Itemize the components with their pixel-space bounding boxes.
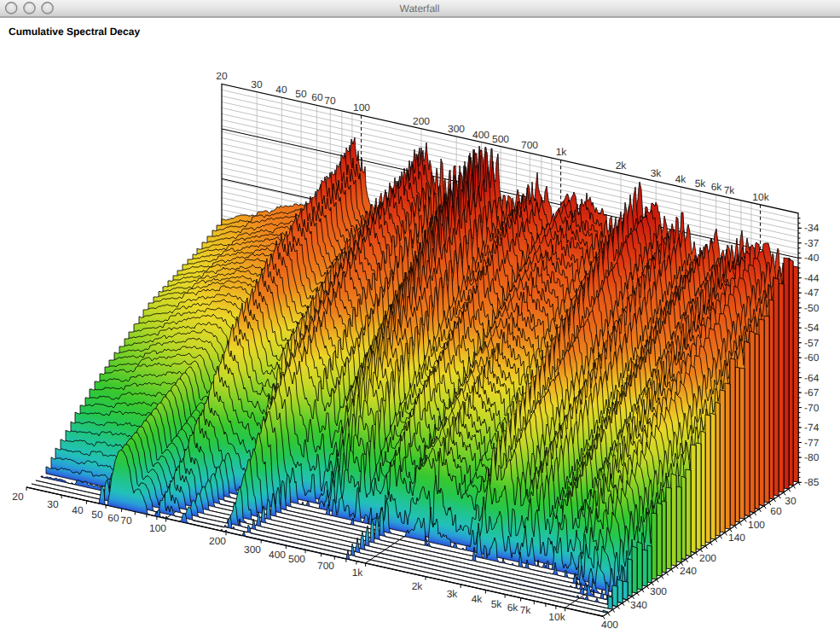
svg-text:500: 500: [492, 133, 509, 145]
svg-text:700: 700: [521, 139, 538, 151]
svg-text:30: 30: [785, 495, 797, 507]
svg-text:240: 240: [680, 565, 697, 577]
svg-text:-67: -67: [804, 387, 820, 399]
svg-text:2k: 2k: [412, 580, 424, 592]
svg-text:-37: -37: [804, 237, 820, 249]
svg-text:-47: -47: [804, 287, 820, 299]
svg-text:70: 70: [120, 515, 132, 527]
svg-text:-80: -80: [804, 451, 820, 463]
svg-text:400: 400: [601, 619, 618, 631]
svg-text:20: 20: [12, 491, 24, 503]
svg-text:50: 50: [295, 88, 307, 100]
svg-text:-64: -64: [804, 372, 820, 384]
svg-text:6k: 6k: [711, 181, 723, 193]
svg-text:500: 500: [288, 553, 305, 565]
svg-text:-60: -60: [804, 352, 820, 364]
svg-text:7k: 7k: [724, 184, 736, 196]
svg-text:30: 30: [47, 498, 59, 510]
svg-text:6k: 6k: [507, 602, 519, 614]
svg-text:200: 200: [209, 535, 226, 547]
svg-text:40: 40: [72, 504, 84, 516]
svg-text:300: 300: [650, 585, 667, 597]
svg-text:300: 300: [244, 544, 261, 556]
svg-text:-44: -44: [804, 272, 820, 284]
svg-text:700: 700: [317, 560, 334, 572]
svg-text:60: 60: [311, 91, 323, 103]
svg-text:Cumulative Spectral Decay: Cumulative Spectral Decay: [9, 26, 140, 38]
svg-text:-85: -85: [804, 476, 820, 488]
svg-text:200: 200: [413, 115, 430, 127]
svg-text:300: 300: [448, 123, 465, 135]
svg-text:140: 140: [728, 532, 745, 544]
svg-text:20: 20: [216, 70, 228, 82]
svg-text:2k: 2k: [616, 160, 628, 172]
svg-text:70: 70: [324, 95, 336, 107]
svg-text:50: 50: [91, 509, 103, 521]
svg-text:-57: -57: [804, 337, 820, 349]
svg-text:40: 40: [275, 84, 287, 96]
svg-text:-70: -70: [804, 402, 820, 414]
svg-text:-74: -74: [804, 422, 820, 433]
svg-text:10k: 10k: [752, 191, 769, 203]
svg-text:400: 400: [472, 129, 490, 141]
svg-text:3k: 3k: [651, 167, 663, 179]
svg-text:5k: 5k: [491, 598, 503, 610]
svg-text:1k: 1k: [352, 567, 364, 579]
svg-text:4k: 4k: [675, 173, 687, 185]
svg-text:7k: 7k: [520, 604, 532, 616]
svg-text:60: 60: [107, 512, 119, 524]
svg-text:100: 100: [353, 102, 370, 113]
svg-text:100: 100: [149, 522, 166, 534]
svg-text:60: 60: [770, 505, 782, 517]
svg-text:10k: 10k: [548, 611, 565, 623]
svg-text:-40: -40: [804, 252, 820, 264]
svg-text:-34: -34: [804, 222, 820, 234]
svg-text:1k: 1k: [556, 146, 568, 158]
svg-text:Waterfall: Waterfall: [400, 3, 440, 15]
svg-text:200: 200: [699, 552, 716, 564]
svg-text:100: 100: [748, 519, 765, 531]
svg-text:3k: 3k: [447, 588, 459, 600]
svg-text:5k: 5k: [695, 177, 707, 189]
svg-text:340: 340: [630, 599, 647, 611]
svg-text:30: 30: [251, 79, 263, 90]
svg-text:-77: -77: [804, 437, 820, 449]
svg-text:-50: -50: [804, 302, 820, 314]
svg-text:4k: 4k: [472, 593, 484, 605]
svg-text:400: 400: [269, 549, 286, 561]
svg-text:-54: -54: [804, 322, 820, 334]
